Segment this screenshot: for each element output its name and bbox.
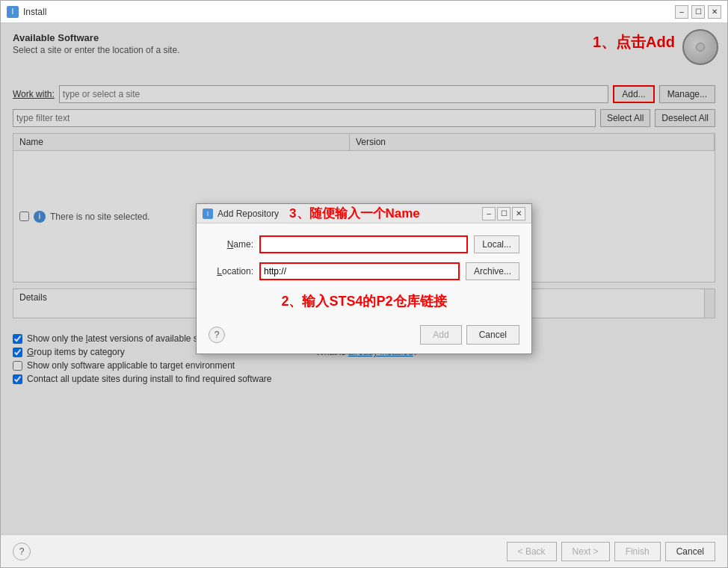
bottom-bar: ? < Back Next > Finish Cancel bbox=[1, 534, 727, 567]
dialog-help-button[interactable]: ? bbox=[209, 327, 225, 343]
help-button[interactable]: ? bbox=[13, 543, 31, 561]
annotation-2: 2、输入STS4的P2仓库链接 bbox=[209, 292, 519, 310]
main-content: Available Software Select a site or ente… bbox=[1, 23, 727, 534]
main-window: I Install – ☐ ✕ Available Software Selec… bbox=[0, 0, 728, 568]
location-field-row: Location: Archive... bbox=[209, 262, 519, 280]
name-input[interactable] bbox=[259, 235, 468, 253]
bottom-right: < Back Next > Finish Cancel bbox=[507, 542, 715, 561]
window-title: Install bbox=[23, 7, 46, 17]
maximize-button[interactable]: ☐ bbox=[691, 5, 705, 19]
dialog-title-text: Add Repository bbox=[218, 209, 279, 219]
local-button[interactable]: Local... bbox=[474, 235, 519, 253]
window-icon: I bbox=[7, 6, 19, 18]
bottom-left: ? bbox=[13, 543, 31, 561]
dialog-title-controls: – ☐ ✕ bbox=[482, 207, 525, 220]
dialog-minimize-button[interactable]: – bbox=[482, 207, 496, 220]
title-bar-left: I Install bbox=[7, 6, 46, 18]
dialog-add-button[interactable]: Add bbox=[420, 325, 461, 345]
finish-button[interactable]: Finish bbox=[614, 542, 661, 561]
add-repository-dialog: I Add Repository 3、随便输入一个Name – ☐ ✕ Name… bbox=[196, 203, 532, 354]
dialog-overlay: I Add Repository 3、随便输入一个Name – ☐ ✕ Name… bbox=[1, 23, 727, 534]
name-field-row: Name: Local... bbox=[209, 235, 519, 253]
close-button[interactable]: ✕ bbox=[708, 5, 721, 19]
back-button[interactable]: < Back bbox=[507, 542, 557, 561]
dialog-body: Name: Local... Location: Archive... 2、输入… bbox=[197, 223, 531, 319]
dialog-title-left: I Add Repository 3、随便输入一个Name bbox=[203, 205, 420, 222]
name-label: Name: bbox=[209, 239, 253, 250]
dialog-maximize-button[interactable]: ☐ bbox=[497, 207, 510, 220]
dialog-footer: ? Add Cancel bbox=[197, 319, 531, 354]
title-bar: I Install – ☐ ✕ bbox=[1, 1, 727, 23]
title-bar-controls: – ☐ ✕ bbox=[675, 5, 721, 19]
minimize-button[interactable]: – bbox=[675, 5, 688, 19]
location-input[interactable] bbox=[259, 262, 460, 280]
dialog-annotation-title: 3、随便输入一个Name bbox=[289, 205, 420, 222]
dialog-cancel-button[interactable]: Cancel bbox=[466, 325, 519, 345]
next-button[interactable]: Next > bbox=[561, 542, 610, 561]
dialog-action-buttons: Add Cancel bbox=[420, 325, 519, 345]
dialog-title-bar: I Add Repository 3、随便输入一个Name – ☐ ✕ bbox=[197, 204, 531, 223]
archive-button[interactable]: Archive... bbox=[466, 262, 519, 280]
cancel-button[interactable]: Cancel bbox=[665, 542, 715, 561]
dialog-close-button[interactable]: ✕ bbox=[512, 207, 525, 220]
location-label: Location: bbox=[209, 266, 253, 277]
dialog-icon: I bbox=[203, 209, 213, 219]
